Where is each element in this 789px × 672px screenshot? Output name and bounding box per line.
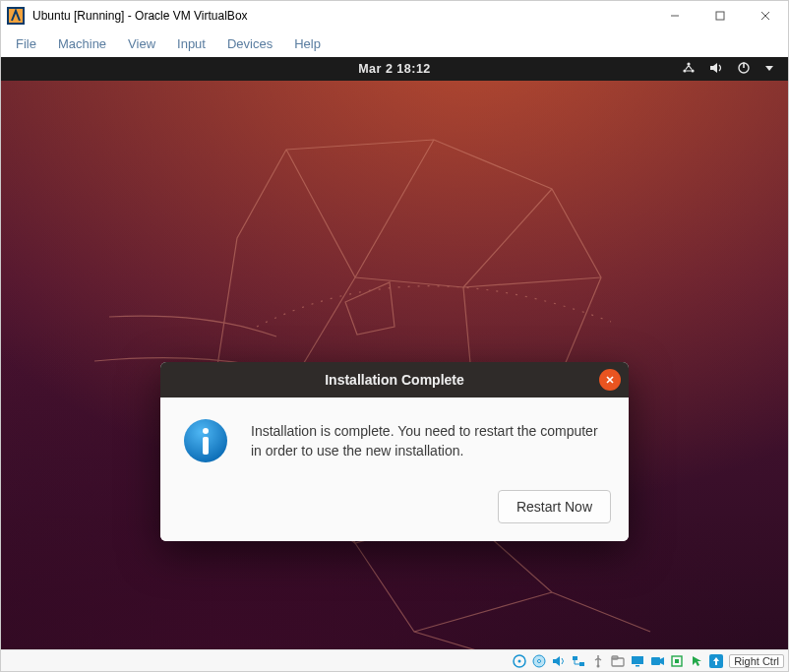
host-close-button[interactable] — [743, 1, 788, 31]
guest-display[interactable]: Mar 2 18:12 Installation Complete — [1, 57, 788, 649]
status-cpu-icon[interactable] — [668, 652, 685, 669]
menu-view[interactable]: View — [119, 33, 164, 54]
svg-marker-25 — [765, 66, 773, 71]
svg-rect-37 — [579, 662, 584, 666]
virtualbox-window: Ubuntu [Running] - Oracle VM VirtualBox … — [0, 0, 789, 672]
status-audio-icon[interactable] — [550, 652, 567, 669]
svg-line-10 — [463, 277, 601, 287]
status-usb-icon[interactable] — [589, 652, 606, 669]
volume-icon[interactable] — [709, 61, 723, 78]
svg-marker-22 — [710, 63, 717, 73]
svg-line-18 — [414, 592, 552, 632]
power-icon[interactable] — [737, 61, 751, 78]
svg-rect-43 — [651, 657, 660, 665]
info-icon — [182, 417, 229, 468]
svg-rect-42 — [636, 665, 639, 667]
svg-line-7 — [286, 150, 355, 277]
svg-line-9 — [463, 189, 552, 287]
status-network-icon[interactable] — [570, 652, 586, 669]
status-mouse-integration-icon[interactable] — [688, 652, 704, 669]
svg-point-38 — [596, 664, 599, 667]
menu-help[interactable]: Help — [285, 33, 330, 54]
vbox-statusbar: Right Ctrl — [1, 649, 788, 671]
svg-rect-30 — [203, 437, 209, 455]
svg-point-32 — [517, 659, 520, 662]
svg-point-29 — [203, 428, 209, 434]
svg-line-12 — [296, 277, 355, 376]
network-icon[interactable] — [682, 61, 696, 78]
chevron-down-icon[interactable] — [764, 62, 774, 76]
host-title: Ubuntu [Running] - Oracle VM VirtualBox — [32, 9, 248, 23]
svg-point-20 — [683, 69, 686, 72]
dialog-titlebar[interactable]: Installation Complete — [160, 362, 629, 397]
host-titlebar: Ubuntu [Running] - Oracle VM VirtualBox — [1, 1, 788, 31]
svg-rect-3 — [716, 12, 724, 20]
host-minimize-button[interactable] — [652, 1, 698, 31]
vbox-menubar: File Machine View Input Devices Help — [1, 31, 788, 57]
dialog-close-button[interactable] — [599, 369, 621, 391]
svg-rect-46 — [675, 659, 679, 663]
status-hostkey-icon[interactable] — [707, 652, 724, 669]
status-display-icon[interactable] — [629, 652, 645, 669]
svg-rect-36 — [573, 656, 577, 660]
svg-marker-35 — [553, 656, 560, 666]
svg-point-21 — [691, 69, 694, 72]
restart-now-button[interactable]: Restart Now — [498, 490, 611, 523]
virtualbox-app-icon — [7, 7, 25, 25]
ubuntu-topbar: Mar 2 18:12 — [1, 57, 788, 81]
host-maximize-button[interactable] — [698, 1, 743, 31]
svg-line-11 — [355, 277, 463, 287]
menu-input[interactable]: Input — [168, 33, 214, 54]
svg-line-8 — [355, 140, 434, 277]
dialog-title: Installation Complete — [160, 372, 629, 388]
svg-point-19 — [687, 62, 690, 65]
topbar-status-area[interactable] — [682, 61, 788, 78]
menu-devices[interactable]: Devices — [218, 33, 281, 54]
status-hostkey-label[interactable]: Right Ctrl — [729, 654, 784, 668]
menu-machine[interactable]: Machine — [49, 33, 115, 54]
menu-file[interactable]: File — [7, 33, 45, 54]
status-harddisk-icon[interactable] — [511, 652, 527, 669]
status-shared-folders-icon[interactable] — [609, 652, 626, 669]
svg-rect-41 — [632, 656, 643, 664]
svg-marker-44 — [660, 657, 664, 665]
topbar-datetime[interactable]: Mar 2 18:12 — [358, 62, 431, 76]
dialog-message: Installation is complete. You need to re… — [251, 417, 607, 461]
status-optical-icon[interactable] — [530, 652, 547, 669]
svg-point-34 — [537, 659, 540, 662]
installation-complete-dialog: Installation Complete — [160, 362, 629, 541]
status-recording-icon[interactable] — [648, 652, 665, 669]
